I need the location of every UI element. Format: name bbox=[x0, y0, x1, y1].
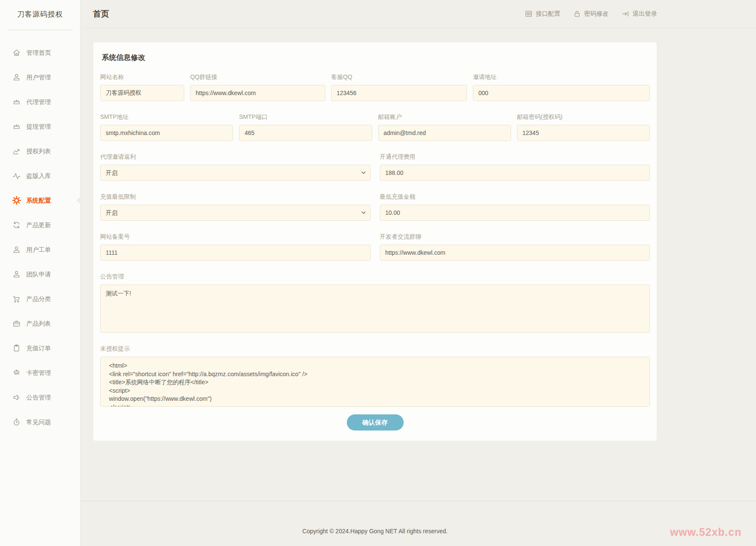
topbar-actions: 接口配置 密码修改 退出登录 bbox=[525, 10, 657, 18]
sidebar-item-label: 提现管理 bbox=[26, 123, 51, 131]
sidebar-item-label: 盗版入库 bbox=[26, 172, 51, 180]
main-column: 首页 接口配置 密码修改 bbox=[81, 0, 756, 546]
mail-password-input[interactable] bbox=[517, 125, 650, 141]
cart-icon bbox=[12, 294, 21, 304]
user-icon bbox=[12, 73, 21, 82]
sidebar-item-license-list[interactable]: 授权列表 bbox=[0, 139, 80, 163]
site-name-input[interactable] bbox=[100, 85, 184, 101]
page-title: 首页 bbox=[93, 8, 109, 20]
icp-number-label: 网站备案号 bbox=[100, 233, 371, 241]
user-icon bbox=[12, 270, 21, 279]
sidebar-item-label: 产品分类 bbox=[26, 295, 51, 303]
recharge-limit-label: 充值最低限制 bbox=[100, 193, 371, 201]
stopwatch-icon bbox=[12, 417, 21, 427]
crown-icon bbox=[12, 97, 21, 107]
interface-config-icon bbox=[525, 10, 533, 18]
sidebar-item-withdraw-management[interactable]: 提现管理 bbox=[0, 114, 80, 139]
topbar: 首页 接口配置 密码修改 bbox=[81, 0, 756, 28]
form-row: 未授权提示 <html> <link rel="shortcut icon" h… bbox=[100, 345, 650, 407]
form-row: 充值最低限制 开启 最低充值金额 bbox=[100, 193, 650, 221]
system-info-card: 系统信息修改 网站名称 QQ群链接 客服QQ bbox=[93, 42, 657, 441]
form-row: SMTP地址 SMTP端口 邮箱账户 邮箱密码(授权码) bbox=[100, 113, 650, 141]
invite-address-input[interactable] bbox=[473, 85, 650, 101]
form-row: 网站备案号 开发者交流群聊 bbox=[100, 233, 650, 261]
sidebar-item-label: 用户管理 bbox=[26, 73, 51, 82]
clipboard-icon bbox=[12, 343, 21, 353]
sidebar-item-label: 充值订单 bbox=[26, 344, 51, 352]
app-logo: 刀客源码授权 bbox=[0, 0, 80, 30]
briefcase-icon bbox=[12, 319, 21, 328]
sidebar-item-product-category[interactable]: 产品分类 bbox=[0, 287, 80, 311]
sidebar-item-label: 产品更新 bbox=[26, 221, 51, 229]
pulse-icon bbox=[12, 171, 21, 180]
sidebar-item-product-list[interactable]: 产品列表 bbox=[0, 311, 80, 336]
save-button[interactable]: 确认保存 bbox=[347, 414, 404, 431]
refresh-icon bbox=[12, 220, 21, 230]
announcement-label: 公告管理 bbox=[100, 273, 650, 281]
sidebar-menu: 管理首页 用户管理 代理管理 提现管理 bbox=[0, 30, 80, 434]
sidebar-item-label: 管理首页 bbox=[26, 49, 51, 57]
sidebar-item-piracy-intake[interactable]: 盗版入库 bbox=[0, 163, 80, 188]
logout-icon bbox=[621, 10, 630, 18]
sidebar-item-label: 系统配置 bbox=[26, 197, 51, 205]
agent-rebate-label: 代理邀请返利 bbox=[100, 153, 371, 161]
trend-chart-icon bbox=[12, 146, 21, 156]
min-recharge-input[interactable] bbox=[380, 205, 650, 221]
gear-icon bbox=[12, 196, 21, 205]
mail-password-label: 邮箱密码(授权码) bbox=[517, 113, 650, 121]
agent-fee-input[interactable] bbox=[380, 165, 650, 181]
smtp-host-label: SMTP地址 bbox=[100, 113, 233, 121]
qq-group-link-label: QQ群链接 bbox=[190, 73, 325, 81]
change-password-button[interactable]: 密码修改 bbox=[573, 10, 609, 18]
sidebar-item-faq[interactable]: 常见问题 bbox=[0, 410, 80, 434]
invite-address-label: 邀请地址 bbox=[473, 73, 650, 81]
crown-icon bbox=[12, 122, 21, 131]
app-root: 刀客源码授权 管理首页 用户管理 代理管理 bbox=[0, 0, 756, 546]
dev-group-label: 开发者交流群聊 bbox=[380, 233, 650, 241]
agent-rebate-select[interactable]: 开启 bbox=[100, 165, 371, 181]
sidebar-item-label: 产品列表 bbox=[26, 320, 51, 328]
sidebar-item-card-key-management[interactable]: 卡密管理 bbox=[0, 360, 80, 385]
service-qq-input[interactable] bbox=[331, 85, 467, 101]
recharge-limit-select[interactable]: 开启 bbox=[100, 205, 371, 221]
qq-group-link-input[interactable] bbox=[190, 85, 325, 101]
megaphone-icon bbox=[12, 393, 21, 402]
form-row: 代理邀请返利 开启 开通代理费用 bbox=[100, 153, 650, 181]
sidebar-item-admin-home[interactable]: 管理首页 bbox=[0, 40, 80, 65]
brush-icon bbox=[12, 368, 21, 377]
sidebar-item-team-application[interactable]: 团队申请 bbox=[0, 262, 80, 287]
lock-icon bbox=[573, 10, 581, 18]
sidebar-item-user-tickets[interactable]: 用户工单 bbox=[0, 237, 80, 262]
change-password-label: 密码修改 bbox=[584, 10, 609, 18]
sidebar-item-recharge-orders[interactable]: 充值订单 bbox=[0, 336, 80, 360]
unauthorized-notice-textarea[interactable]: <html> <link rel="shortcut icon" href="h… bbox=[100, 357, 650, 407]
sidebar-item-label: 公告管理 bbox=[26, 394, 51, 402]
sidebar-item-user-management[interactable]: 用户管理 bbox=[0, 65, 80, 90]
logout-label: 退出登录 bbox=[632, 10, 657, 18]
icp-number-input[interactable] bbox=[100, 245, 371, 261]
smtp-host-input[interactable] bbox=[100, 125, 233, 141]
logout-button[interactable]: 退出登录 bbox=[621, 10, 657, 18]
sidebar-item-agent-management[interactable]: 代理管理 bbox=[0, 90, 80, 114]
smtp-port-input[interactable] bbox=[239, 125, 372, 141]
card-title: 系统信息修改 bbox=[102, 53, 650, 62]
site-name-label: 网站名称 bbox=[100, 73, 184, 81]
form-row: 网站名称 QQ群链接 客服QQ 邀请地址 bbox=[100, 73, 650, 101]
mail-account-input[interactable] bbox=[378, 125, 511, 141]
sidebar-item-label: 授权列表 bbox=[26, 147, 51, 155]
sidebar-item-label: 卡密管理 bbox=[26, 369, 51, 377]
announcement-textarea[interactable]: 测试一下! bbox=[100, 284, 650, 333]
sidebar-item-system-config[interactable]: 系统配置 bbox=[0, 188, 80, 213]
copyright-text: Copyright © 2024.Happy Gong NET All righ… bbox=[302, 528, 447, 535]
content-area: 系统信息修改 网站名称 QQ群链接 客服QQ bbox=[81, 28, 756, 501]
sidebar-item-label: 常见问题 bbox=[26, 418, 51, 426]
user-icon bbox=[12, 245, 21, 254]
smtp-port-label: SMTP端口 bbox=[239, 113, 372, 121]
interface-config-button[interactable]: 接口配置 bbox=[525, 10, 560, 18]
service-qq-label: 客服QQ bbox=[331, 73, 467, 81]
sidebar-item-announcement-management[interactable]: 公告管理 bbox=[0, 385, 80, 410]
dev-group-input[interactable] bbox=[380, 245, 650, 261]
sidebar-item-product-update[interactable]: 产品更新 bbox=[0, 213, 80, 237]
watermark: www.52xb.cn bbox=[670, 526, 742, 538]
sidebar-item-label: 团队申请 bbox=[26, 270, 51, 279]
